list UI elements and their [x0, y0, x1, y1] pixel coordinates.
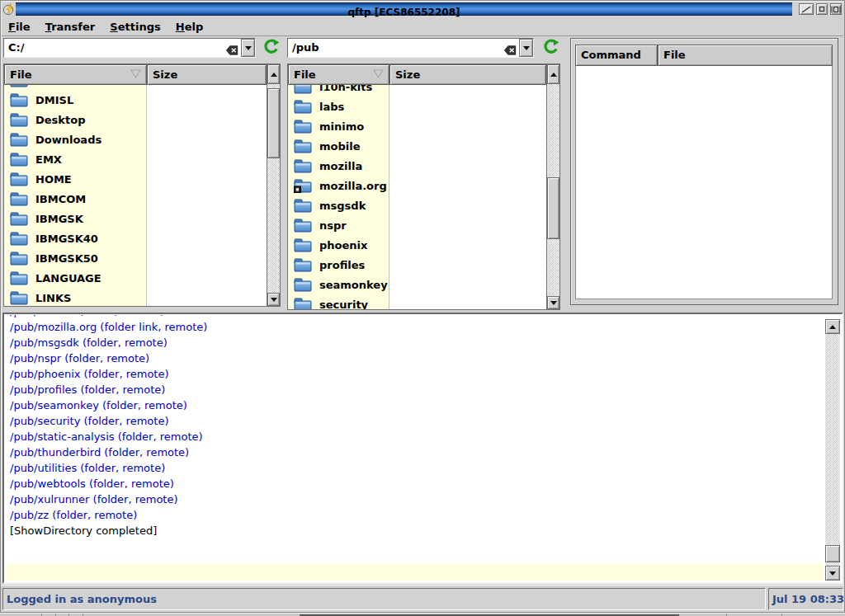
- local-path-dropdown-button[interactable]: [241, 39, 255, 57]
- log-line: /pub/webtools (folder, remote): [10, 476, 824, 491]
- file-row[interactable]: phoenix: [288, 235, 546, 255]
- file-row[interactable]: IBMGSK: [4, 209, 267, 228]
- log-line: /pub/zz (folder, remote): [10, 507, 824, 523]
- scrollbar-thumb[interactable]: [267, 88, 280, 158]
- log-line: /pub/phoenix (folder, remote): [10, 366, 824, 382]
- local-path-combo[interactable]: C:/: [3, 38, 256, 58]
- folder-icon: [10, 113, 28, 127]
- local-column-header-size[interactable]: Size: [147, 64, 267, 85]
- arrow-up-icon: [829, 325, 836, 329]
- file-row[interactable]: mozilla: [288, 156, 546, 176]
- remote-file-list: l10n-kitslabsminimomobilemozillamozilla.…: [288, 85, 546, 309]
- file-row[interactable]: LINKS: [4, 288, 267, 306]
- folder-icon: [10, 271, 28, 285]
- file-row[interactable]: profiles: [288, 255, 546, 275]
- file-row[interactable]: IBMGSK50: [4, 248, 267, 268]
- scrollbar-down-button[interactable]: [547, 296, 559, 309]
- minimize-button[interactable]: [816, 3, 828, 15]
- sort-descending-icon: [373, 66, 384, 84]
- folder-icon: [10, 232, 28, 246]
- arrow-down-icon: [550, 301, 557, 305]
- clear-remote-path-icon[interactable]: [504, 43, 517, 53]
- file-row[interactable]: IBMGSK40: [4, 228, 267, 248]
- log-line: /pub/nspr (folder, remote): [10, 350, 824, 366]
- file-row[interactable]: labs: [288, 96, 546, 116]
- file-row[interactable]: minimo: [288, 116, 546, 136]
- folder-icon: [294, 199, 312, 213]
- file-name: IBMCOM: [35, 193, 86, 205]
- log-input-strip[interactable]: [6, 563, 824, 581]
- folder-icon: [294, 120, 312, 134]
- window-controls: [799, 2, 842, 16]
- refresh-remote-button[interactable]: [543, 39, 559, 55]
- qftp-window: qftp [ECS86552208] File Transfer Setting…: [0, 0, 845, 613]
- menu-file[interactable]: File: [8, 18, 31, 36]
- local-column-header-file[interactable]: File: [4, 64, 147, 85]
- file-row[interactable]: Downloads: [4, 129, 267, 149]
- file-row[interactable]: DMISL: [4, 90, 267, 110]
- local-scrollbar: [267, 64, 280, 306]
- maximize-button[interactable]: [830, 3, 842, 15]
- log-line: /pub/thunderbird (folder, remote): [10, 444, 824, 460]
- log-line: /pub/utilities (folder, remote): [10, 460, 824, 476]
- scrollbar-thumb[interactable]: [825, 545, 840, 562]
- clear-local-path-icon[interactable]: [226, 43, 238, 53]
- queue-column-header-file[interactable]: File: [658, 45, 833, 66]
- log-line: /pub/static-analysis (folder, remote): [10, 429, 824, 444]
- scrollbar-thumb[interactable]: [547, 177, 559, 239]
- file-row[interactable]: mobile: [288, 136, 546, 156]
- folder-icon: [294, 298, 312, 310]
- file-row[interactable]: nspr: [288, 215, 546, 235]
- log-line: [ShowDirectory completed]: [10, 523, 824, 538]
- file-row[interactable]: HOME: [4, 169, 267, 189]
- refresh-local-button[interactable]: [263, 39, 280, 55]
- file-row[interactable]: IBMCOM: [4, 189, 267, 209]
- menu-settings[interactable]: Settings: [110, 18, 160, 36]
- remote-path-combo[interactable]: /pub: [287, 38, 534, 58]
- file-row[interactable]: l10n-kits: [288, 85, 546, 96]
- file-name: profiles: [319, 259, 365, 271]
- file-row[interactable]: mozilla.org: [288, 176, 546, 195]
- menu-help[interactable]: Help: [176, 18, 203, 36]
- folder-icon: [10, 153, 28, 167]
- log-line: /pub/seamonkey (folder, remote): [10, 397, 824, 413]
- file-name: security: [319, 299, 368, 310]
- scrollbar-down-button[interactable]: [825, 566, 840, 581]
- local-file-list: DMISLDesktopDownloadsEMXHOMEIBMCOMIBMGSK…: [4, 85, 267, 306]
- hide-button[interactable]: [799, 3, 814, 15]
- file-name: mobile: [319, 140, 361, 153]
- scrollbar-track[interactable]: [825, 334, 840, 566]
- file-name: DMISL: [35, 94, 73, 106]
- scrollbar-up-button[interactable]: [267, 64, 280, 84]
- file-row[interactable]: EMX: [4, 149, 267, 169]
- file-name: l10n-kits: [319, 85, 372, 93]
- remote-column-header-file[interactable]: File: [288, 64, 389, 85]
- file-name: mozilla: [319, 160, 362, 172]
- app-icon[interactable]: [2, 2, 16, 16]
- folder-icon: [294, 219, 312, 233]
- window-title: qftp [ECS86552208]: [348, 7, 460, 18]
- scrollbar-down-button[interactable]: [267, 293, 280, 306]
- remote-path-dropdown-button[interactable]: [519, 39, 533, 57]
- folder-icon: [294, 139, 312, 153]
- log-view: /pub/mozilla (folder, remote)/pub/mozill…: [6, 315, 824, 562]
- file-row[interactable]: security: [288, 294, 546, 309]
- file-name: msgsdk: [319, 200, 366, 212]
- folder-icon: [294, 278, 312, 292]
- titlebar-drag-area[interactable]: qftp [ECS86552208]: [16, 2, 792, 16]
- folder-link-icon: [294, 179, 312, 193]
- menu-transfer[interactable]: Transfer: [45, 18, 96, 36]
- remote-column-header-size[interactable]: Size: [389, 64, 546, 85]
- file-row[interactable]: seamonkey: [288, 275, 546, 294]
- status-message: Logged in as anonymous: [2, 588, 766, 610]
- local-path-value[interactable]: C:/: [8, 39, 25, 57]
- file-row[interactable]: LANGUAGE: [4, 268, 267, 288]
- queue-list[interactable]: [575, 66, 833, 299]
- queue-column-header-command[interactable]: Command: [575, 45, 658, 66]
- remote-path-value[interactable]: /pub: [292, 39, 319, 57]
- scrollbar-up-button[interactable]: [547, 64, 559, 84]
- file-row[interactable]: msgsdk: [288, 195, 546, 215]
- file-row[interactable]: Desktop: [4, 110, 267, 129]
- sort-descending-icon: [130, 66, 141, 84]
- scrollbar-up-button[interactable]: [825, 319, 840, 334]
